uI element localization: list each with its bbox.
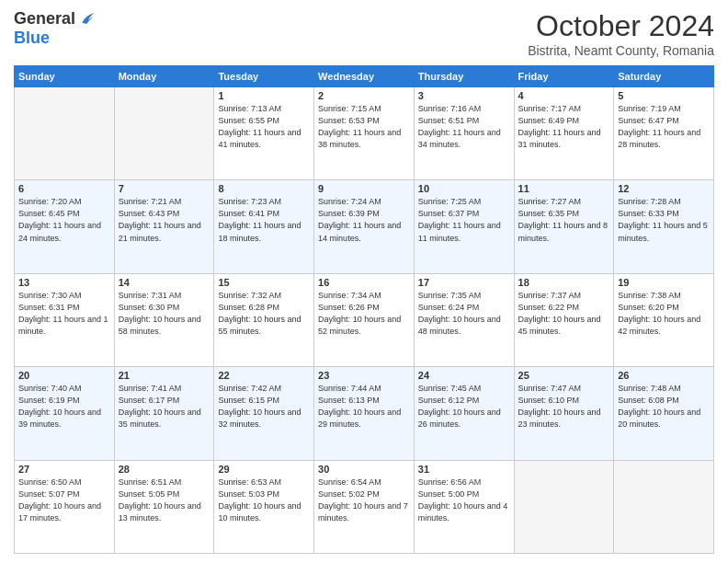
calendar-cell: 1Sunrise: 7:13 AM Sunset: 6:55 PM Daylig… [214,87,314,180]
day-number: 26 [618,370,710,381]
day-number: 3 [418,90,510,101]
day-info: Sunrise: 7:40 AM Sunset: 6:19 PM Dayligh… [18,383,110,431]
calendar-cell: 2Sunrise: 7:15 AM Sunset: 6:53 PM Daylig… [314,87,415,180]
day-info: Sunrise: 7:20 AM Sunset: 6:45 PM Dayligh… [18,196,110,244]
day-number: 11 [518,183,610,194]
day-number: 14 [119,277,210,288]
day-info: Sunrise: 7:16 AM Sunset: 6:51 PM Dayligh… [418,103,510,151]
month-title: October 2024 [528,9,714,43]
weekday-header-friday: Friday [514,66,614,87]
day-number: 16 [318,277,410,288]
weekday-header-row: SundayMondayTuesdayWednesdayThursdayFrid… [15,66,714,87]
day-info: Sunrise: 6:54 AM Sunset: 5:02 PM Dayligh… [318,477,410,524]
calendar-cell: 16Sunrise: 7:34 AM Sunset: 6:26 PM Dayli… [314,273,415,366]
day-info: Sunrise: 7:24 AM Sunset: 6:39 PM Dayligh… [318,196,410,244]
calendar-cell: 11Sunrise: 7:27 AM Sunset: 6:35 PM Dayli… [514,180,614,273]
calendar-cell: 20Sunrise: 7:40 AM Sunset: 6:19 PM Dayli… [15,367,115,460]
calendar-cell: 29Sunrise: 6:53 AM Sunset: 5:03 PM Dayli… [214,460,314,553]
calendar-cell: 31Sunrise: 6:56 AM Sunset: 5:00 PM Dayli… [414,460,514,553]
day-info: Sunrise: 7:30 AM Sunset: 6:31 PM Dayligh… [18,290,110,338]
week-row-2: 6Sunrise: 7:20 AM Sunset: 6:45 PM Daylig… [15,180,714,273]
weekday-header-saturday: Saturday [614,66,714,87]
logo: General Blue [14,9,96,48]
day-number: 10 [418,183,510,194]
day-number: 6 [18,183,110,194]
day-number: 29 [218,464,310,475]
day-info: Sunrise: 7:21 AM Sunset: 6:43 PM Dayligh… [119,196,210,244]
calendar-cell: 3Sunrise: 7:16 AM Sunset: 6:51 PM Daylig… [414,87,514,180]
day-info: Sunrise: 7:47 AM Sunset: 6:10 PM Dayligh… [518,383,610,431]
week-row-5: 27Sunrise: 6:50 AM Sunset: 5:07 PM Dayli… [15,460,714,553]
logo-general-text: General [14,9,75,29]
day-number: 12 [618,183,710,194]
calendar-cell: 22Sunrise: 7:42 AM Sunset: 6:15 PM Dayli… [214,367,314,460]
day-info: Sunrise: 7:45 AM Sunset: 6:12 PM Dayligh… [418,383,510,431]
day-number: 1 [218,90,310,101]
page: General Blue October 2024 Bistrita, Neam… [0,0,728,563]
calendar-cell: 10Sunrise: 7:25 AM Sunset: 6:37 PM Dayli… [414,180,514,273]
calendar-cell: 8Sunrise: 7:23 AM Sunset: 6:41 PM Daylig… [214,180,314,273]
day-info: Sunrise: 6:56 AM Sunset: 5:00 PM Dayligh… [418,477,510,524]
location: Bistrita, Neamt County, Romania [528,43,714,58]
day-info: Sunrise: 7:37 AM Sunset: 6:22 PM Dayligh… [518,290,610,338]
day-number: 4 [518,90,610,101]
day-number: 27 [18,464,110,475]
title-block: October 2024 Bistrita, Neamt County, Rom… [528,9,714,58]
calendar-cell: 15Sunrise: 7:32 AM Sunset: 6:28 PM Dayli… [214,273,314,366]
day-number: 13 [18,277,110,288]
day-info: Sunrise: 7:13 AM Sunset: 6:55 PM Dayligh… [218,103,310,151]
calendar-cell: 28Sunrise: 6:51 AM Sunset: 5:05 PM Dayli… [114,460,214,553]
calendar-cell [15,87,115,180]
day-number: 25 [518,370,610,381]
day-info: Sunrise: 7:34 AM Sunset: 6:26 PM Dayligh… [318,290,410,338]
day-number: 24 [418,370,510,381]
calendar-cell: 4Sunrise: 7:17 AM Sunset: 6:49 PM Daylig… [514,87,614,180]
logo-bird-icon [77,10,96,29]
weekday-header-wednesday: Wednesday [314,66,415,87]
calendar-cell: 6Sunrise: 7:20 AM Sunset: 6:45 PM Daylig… [15,180,115,273]
day-info: Sunrise: 7:17 AM Sunset: 6:49 PM Dayligh… [518,103,610,151]
calendar-cell [114,87,214,180]
day-info: Sunrise: 6:53 AM Sunset: 5:03 PM Dayligh… [218,477,310,524]
calendar-cell: 17Sunrise: 7:35 AM Sunset: 6:24 PM Dayli… [414,273,514,366]
day-number: 8 [218,183,310,194]
day-info: Sunrise: 7:41 AM Sunset: 6:17 PM Dayligh… [119,383,210,431]
calendar-cell: 7Sunrise: 7:21 AM Sunset: 6:43 PM Daylig… [114,180,214,273]
day-number: 30 [318,464,410,475]
calendar-cell: 14Sunrise: 7:31 AM Sunset: 6:30 PM Dayli… [114,273,214,366]
day-info: Sunrise: 6:50 AM Sunset: 5:07 PM Dayligh… [18,477,110,524]
day-info: Sunrise: 7:27 AM Sunset: 6:35 PM Dayligh… [518,196,610,244]
calendar-cell: 18Sunrise: 7:37 AM Sunset: 6:22 PM Dayli… [514,273,614,366]
day-number: 15 [218,277,310,288]
day-number: 21 [119,370,210,381]
day-info: Sunrise: 6:51 AM Sunset: 5:05 PM Dayligh… [119,477,210,524]
day-number: 23 [318,370,410,381]
day-number: 19 [618,277,710,288]
calendar-cell: 25Sunrise: 7:47 AM Sunset: 6:10 PM Dayli… [514,367,614,460]
calendar-cell: 27Sunrise: 6:50 AM Sunset: 5:07 PM Dayli… [15,460,115,553]
week-row-1: 1Sunrise: 7:13 AM Sunset: 6:55 PM Daylig… [15,87,714,180]
day-number: 18 [518,277,610,288]
day-number: 20 [18,370,110,381]
calendar-cell [514,460,614,553]
weekday-header-sunday: Sunday [15,66,115,87]
day-number: 2 [318,90,410,101]
day-info: Sunrise: 7:38 AM Sunset: 6:20 PM Dayligh… [618,290,710,338]
calendar-cell: 30Sunrise: 6:54 AM Sunset: 5:02 PM Dayli… [314,460,415,553]
day-number: 31 [418,464,510,475]
weekday-header-thursday: Thursday [414,66,514,87]
calendar-cell: 21Sunrise: 7:41 AM Sunset: 6:17 PM Dayli… [114,367,214,460]
day-info: Sunrise: 7:15 AM Sunset: 6:53 PM Dayligh… [318,103,410,151]
day-info: Sunrise: 7:28 AM Sunset: 6:33 PM Dayligh… [618,196,710,244]
day-info: Sunrise: 7:44 AM Sunset: 6:13 PM Dayligh… [318,383,410,431]
week-row-4: 20Sunrise: 7:40 AM Sunset: 6:19 PM Dayli… [15,367,714,460]
day-number: 9 [318,183,410,194]
calendar-cell: 23Sunrise: 7:44 AM Sunset: 6:13 PM Dayli… [314,367,415,460]
calendar-table: SundayMondayTuesdayWednesdayThursdayFrid… [14,65,714,554]
calendar-cell: 24Sunrise: 7:45 AM Sunset: 6:12 PM Dayli… [414,367,514,460]
logo-blue-text: Blue [14,29,96,48]
day-info: Sunrise: 7:48 AM Sunset: 6:08 PM Dayligh… [618,383,710,431]
day-info: Sunrise: 7:25 AM Sunset: 6:37 PM Dayligh… [418,196,510,244]
day-number: 28 [119,464,210,475]
calendar-cell: 5Sunrise: 7:19 AM Sunset: 6:47 PM Daylig… [614,87,714,180]
